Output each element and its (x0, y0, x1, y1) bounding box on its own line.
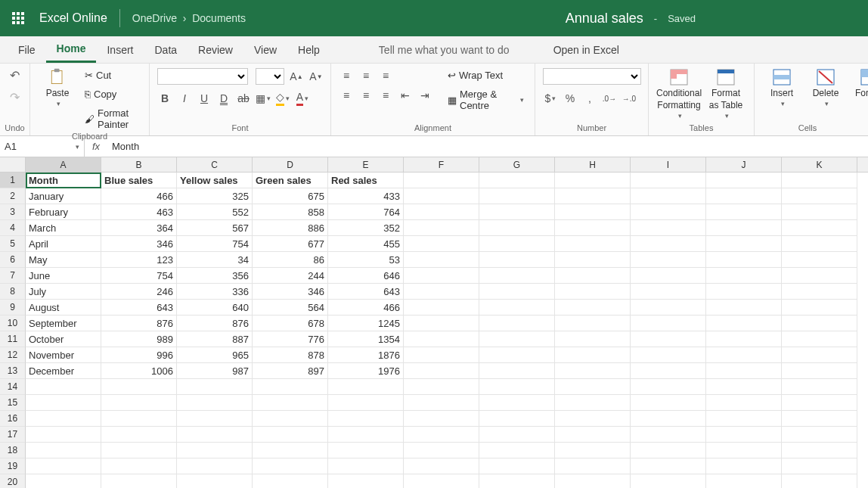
cell-D5[interactable]: 677 (253, 236, 328, 252)
italic-button[interactable]: I (177, 91, 192, 106)
cell-H12[interactable] (555, 347, 631, 363)
cell-C3[interactable]: 552 (177, 204, 253, 220)
cell-K4[interactable] (782, 220, 857, 236)
cell-E16[interactable] (328, 411, 404, 427)
cell-J2[interactable] (706, 188, 782, 204)
cell-G14[interactable] (479, 379, 555, 395)
cell-E18[interactable] (328, 443, 404, 458)
cell-H14[interactable] (555, 379, 631, 395)
cell-F19[interactable] (404, 458, 479, 474)
cell-J10[interactable] (706, 315, 782, 331)
cell-B12[interactable]: 996 (101, 347, 177, 363)
cell-F10[interactable] (404, 315, 479, 331)
decrease-decimal-button[interactable]: →.0 (622, 91, 637, 106)
cell-C1[interactable]: Yellow sales (177, 173, 253, 188)
tab-data[interactable]: Data (144, 36, 188, 63)
cell-H2[interactable] (555, 188, 631, 204)
cell-J14[interactable] (706, 379, 782, 395)
cell-E2[interactable]: 433 (328, 188, 404, 204)
cell-D10[interactable]: 678 (253, 315, 328, 331)
cell-F9[interactable] (404, 300, 479, 315)
cell-G15[interactable] (479, 395, 555, 411)
cell-C12[interactable]: 965 (177, 347, 253, 363)
select-all-corner[interactable] (0, 157, 26, 172)
cell-I19[interactable] (631, 458, 706, 474)
row-header-12[interactable]: 12 (0, 347, 26, 363)
cell-E4[interactable]: 352 (328, 220, 404, 236)
insert-cells-button[interactable]: Insert (762, 68, 801, 107)
col-header-I[interactable]: I (631, 157, 706, 172)
cell-H4[interactable] (555, 220, 631, 236)
cell-C11[interactable]: 887 (177, 331, 253, 347)
cell-K9[interactable] (782, 300, 857, 315)
cell-J16[interactable] (706, 411, 782, 427)
cell-C5[interactable]: 754 (177, 236, 253, 252)
cell-I20[interactable] (631, 474, 706, 488)
grow-font-button[interactable]: A▲ (289, 69, 304, 84)
double-underline-button[interactable]: D (216, 91, 231, 106)
cell-I13[interactable] (631, 363, 706, 379)
cell-A19[interactable] (26, 458, 101, 474)
cell-A2[interactable]: January (26, 188, 101, 204)
cell-G4[interactable] (479, 220, 555, 236)
tab-file[interactable]: File (8, 36, 46, 63)
row-header-3[interactable]: 3 (0, 204, 26, 220)
cell-A13[interactable]: December (26, 363, 101, 379)
cell-F18[interactable] (404, 443, 479, 458)
cell-D6[interactable]: 86 (253, 252, 328, 268)
cell-H11[interactable] (555, 331, 631, 347)
cell-G8[interactable] (479, 284, 555, 300)
cell-D12[interactable]: 878 (253, 347, 328, 363)
cell-I1[interactable] (631, 173, 706, 188)
cell-D11[interactable]: 776 (253, 331, 328, 347)
font-family-select[interactable] (157, 68, 248, 85)
cell-A5[interactable]: April (26, 236, 101, 252)
cell-H8[interactable] (555, 284, 631, 300)
cell-B7[interactable]: 754 (101, 268, 177, 284)
row-header-2[interactable]: 2 (0, 188, 26, 204)
cell-I5[interactable] (631, 236, 706, 252)
cell-C15[interactable] (177, 395, 253, 411)
row-header-19[interactable]: 19 (0, 458, 26, 474)
cell-C13[interactable]: 987 (177, 363, 253, 379)
cell-F16[interactable] (404, 411, 479, 427)
cell-J17[interactable] (706, 427, 782, 443)
cell-K15[interactable] (782, 395, 857, 411)
row-header-6[interactable]: 6 (0, 252, 26, 268)
row-header-11[interactable]: 11 (0, 331, 26, 347)
row-header-20[interactable]: 20 (0, 474, 26, 488)
cell-F17[interactable] (404, 427, 479, 443)
cell-K3[interactable] (782, 204, 857, 220)
tab-home[interactable]: Home (46, 36, 97, 63)
open-in-excel[interactable]: Open in Excel (543, 36, 630, 63)
cell-A7[interactable]: June (26, 268, 101, 284)
col-header-J[interactable]: J (706, 157, 782, 172)
col-header-E[interactable]: E (328, 157, 404, 172)
cell-A18[interactable] (26, 443, 101, 458)
cell-F13[interactable] (404, 363, 479, 379)
row-header-10[interactable]: 10 (0, 315, 26, 331)
document-title[interactable]: Annual sales (566, 11, 643, 26)
align-top-button[interactable]: ≡ (339, 68, 354, 83)
cell-A14[interactable] (26, 379, 101, 395)
cell-G7[interactable] (479, 268, 555, 284)
cell-C16[interactable] (177, 411, 253, 427)
cell-G5[interactable] (479, 236, 555, 252)
cell-B5[interactable]: 346 (101, 236, 177, 252)
cell-I18[interactable] (631, 443, 706, 458)
row-header-14[interactable]: 14 (0, 379, 26, 395)
row-header-8[interactable]: 8 (0, 284, 26, 300)
align-right-button[interactable]: ≡ (378, 88, 393, 103)
cell-G11[interactable] (479, 331, 555, 347)
cell-F2[interactable] (404, 188, 479, 204)
cell-B2[interactable]: 466 (101, 188, 177, 204)
comma-format-button[interactable]: , (582, 91, 597, 106)
cell-B4[interactable]: 364 (101, 220, 177, 236)
row-header-16[interactable]: 16 (0, 411, 26, 427)
cell-A10[interactable]: September (26, 315, 101, 331)
cell-B20[interactable] (101, 474, 177, 488)
cell-B17[interactable] (101, 427, 177, 443)
tab-view[interactable]: View (243, 36, 287, 63)
cell-C19[interactable] (177, 458, 253, 474)
cell-F15[interactable] (404, 395, 479, 411)
